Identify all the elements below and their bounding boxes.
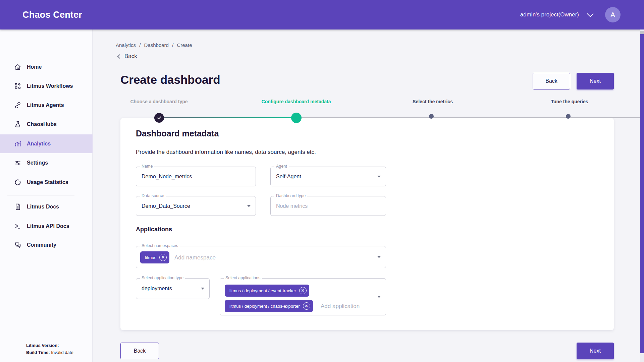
page-scrollbar[interactable]: [640, 29, 644, 362]
breadcrumb-dashboard[interactable]: Dashboard: [144, 42, 169, 48]
name-field[interactable]: Name: [136, 167, 256, 186]
dropdown-arrow-icon[interactable]: [377, 296, 381, 298]
page-title: Create dashboard: [120, 73, 220, 86]
step-dot-done-check-icon[interactable]: [154, 113, 164, 123]
step-label-configure-metadata: Configure dashboard metadata: [262, 99, 331, 104]
project-selector-label[interactable]: admin's project(Owner): [520, 11, 579, 18]
section-subtitle: Provide the dashboard information like n…: [136, 149, 316, 156]
chip-remove-icon[interactable]: ✕: [159, 254, 167, 261]
data-source-field-label: Data source: [140, 193, 166, 198]
scrollbar-thumb[interactable]: [640, 34, 644, 353]
application-type-select[interactable]: Select application type deployments: [136, 278, 210, 299]
link-icon: [14, 102, 21, 109]
back-button-bottom[interactable]: Back: [120, 343, 159, 359]
document-icon: [14, 203, 21, 210]
application-chip: litmus / deployment / event-tracker ✕: [225, 285, 309, 297]
step-label-select-metrics: Select the metrics: [413, 99, 453, 104]
namespaces-field-label: Select namespaces: [140, 243, 180, 248]
applications-placeholder[interactable]: Add application: [321, 303, 360, 310]
chip-remove-icon[interactable]: ✕: [299, 287, 307, 294]
build-time-label: Build Time:: [26, 350, 50, 355]
step-dot-current[interactable]: [291, 113, 302, 123]
sidebar-item-litmus-workflows[interactable]: Litmus Workflows: [0, 77, 93, 96]
namespace-chip: litmus ✕: [140, 251, 169, 263]
agent-field-label: Agent: [274, 164, 289, 169]
section-title: Dashboard metadata: [136, 129, 219, 138]
version-label: Litmus Version:: [26, 343, 59, 348]
workflows-icon: [14, 82, 21, 90]
flask-icon: [14, 121, 21, 128]
dashboard-type-field[interactable]: Dashboard type: [270, 196, 386, 216]
next-button-bottom[interactable]: Next: [577, 343, 614, 359]
dashboard-metadata-card: Dashboard metadata Provide the dashboard…: [120, 118, 614, 330]
breadcrumb-create[interactable]: Create: [177, 42, 192, 48]
chevron-left-icon: [117, 54, 122, 59]
bar-chart-icon: [14, 140, 21, 147]
sidebar-item-settings[interactable]: Settings: [0, 154, 93, 172]
dropdown-arrow-icon[interactable]: [247, 205, 251, 207]
dropdown-arrow-icon[interactable]: [201, 288, 204, 290]
step-label-tune-queries: Tune the queries: [551, 99, 588, 104]
sidebar-item-home[interactable]: Home: [0, 58, 93, 76]
avatar[interactable]: A: [605, 7, 621, 22]
applications-multiselect[interactable]: Select applications litmus / deployment …: [220, 278, 386, 315]
main-content: Analytics / Dashboard / Create Back Crea…: [93, 29, 640, 362]
step-dot-select-metrics[interactable]: [429, 114, 434, 119]
application-chip: litmus / deployment / chaos-exporter ✕: [225, 300, 313, 312]
back-link[interactable]: Back: [118, 53, 137, 60]
app-header: Chaos Center admin's project(Owner) A: [0, 0, 644, 29]
chip-remove-icon[interactable]: ✕: [303, 302, 310, 310]
step-label-choose-type: Choose a dashboard type: [130, 99, 187, 104]
app-title: Chaos Center: [22, 10, 82, 20]
sidebar-item-litmus-docs[interactable]: Litmus Docs: [0, 197, 93, 216]
agent-select[interactable]: Agent Self-Agent: [270, 167, 386, 186]
breadcrumb-separator: /: [139, 42, 141, 48]
breadcrumb: Analytics / Dashboard / Create: [116, 42, 194, 48]
sidebar-item-litmus-api-docs[interactable]: Litmus API Docs: [0, 217, 93, 236]
agent-selected-value: Self-Agent: [276, 174, 301, 180]
sidebar-item-litmus-agents[interactable]: Litmus Agents: [0, 96, 93, 115]
chevron-down-icon[interactable]: [587, 10, 594, 17]
application-type-selected-value: deployments: [142, 286, 172, 292]
sidebar-item-community[interactable]: Community: [0, 236, 93, 254]
applications-section-title: Applications: [136, 226, 172, 233]
sidebar-item-chaoshubs[interactable]: ChaosHubs: [0, 115, 93, 134]
home-icon: [14, 63, 21, 71]
namespaces-multiselect[interactable]: Select namespaces litmus ✕ Add namespace: [136, 246, 386, 268]
build-time-value: Invalid date: [51, 350, 73, 355]
dropdown-arrow-icon[interactable]: [377, 256, 381, 258]
scrollbar-cap: [640, 31, 644, 34]
dashboard-type-input[interactable]: [276, 196, 374, 216]
stepper-connector-done: [159, 117, 296, 118]
dropdown-arrow-icon[interactable]: [377, 176, 381, 178]
sliders-icon: [14, 159, 21, 167]
data-source-select[interactable]: Data source Demo_Data_Source: [136, 196, 256, 216]
back-button-top[interactable]: Back: [533, 73, 570, 89]
sidebar: Home Litmus Workflows Litmus Agents Chao…: [0, 29, 93, 362]
sidebar-item-usage-statistics[interactable]: Usage Statistics: [0, 173, 93, 192]
sidebar-divider: [7, 195, 74, 195]
terminal-icon: [14, 223, 21, 230]
step-dot-tune-queries[interactable]: [566, 114, 571, 119]
circle-icon: [14, 179, 21, 186]
applications-field-label: Select applications: [224, 276, 262, 280]
breadcrumb-analytics[interactable]: Analytics: [116, 42, 136, 48]
version-info: Litmus Version: Build Time: Invalid date: [26, 342, 73, 356]
application-type-field-label: Select application type: [140, 276, 185, 280]
chat-icon: [14, 241, 21, 249]
name-input[interactable]: [142, 167, 243, 186]
namespaces-placeholder[interactable]: Add namespace: [174, 254, 216, 261]
breadcrumb-separator: /: [172, 42, 173, 48]
data-source-selected-value: Demo_Data_Source: [142, 203, 190, 209]
sidebar-item-analytics[interactable]: Analytics: [0, 134, 93, 153]
next-button-top[interactable]: Next: [577, 73, 614, 89]
